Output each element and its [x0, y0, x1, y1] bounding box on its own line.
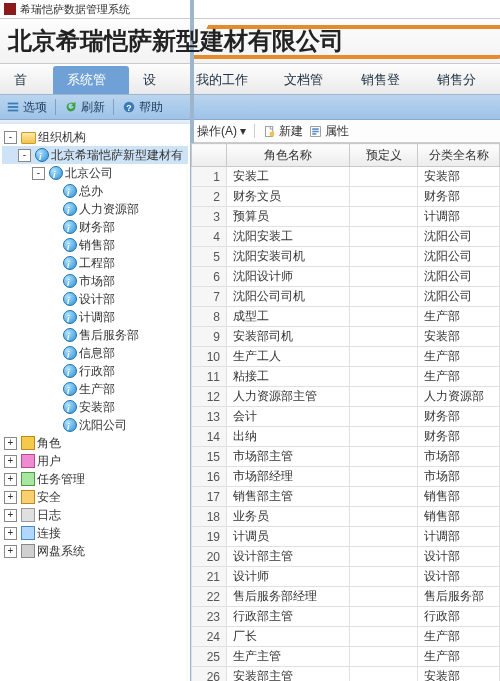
tree-other-6[interactable]: +网盘系统 [2, 542, 188, 560]
tree-company-sub[interactable]: -北京公司 [2, 164, 188, 182]
tree-label: 任务管理 [37, 470, 85, 488]
table-row[interactable]: 9安装部司机安装部 [192, 327, 500, 347]
table-row[interactable]: 12人力资源部主管人力资源部 [192, 387, 500, 407]
options-button[interactable]: 选项 [6, 99, 47, 116]
table-row[interactable]: 25生产主管生产部 [192, 647, 500, 667]
tree-other-2[interactable]: +任务管理 [2, 470, 188, 488]
tree-dept-3[interactable]: 销售部 [2, 236, 188, 254]
tree-dept-6[interactable]: 设计部 [2, 290, 188, 308]
table-row[interactable]: 2财务文员财务部 [192, 187, 500, 207]
tab-1[interactable]: 系统管理 [53, 66, 130, 94]
tree-dept-8[interactable]: 售后服务部 [2, 326, 188, 344]
tree-dept-9[interactable]: 信息部 [2, 344, 188, 362]
ic-task-icon [21, 472, 35, 486]
expand-toggle[interactable]: + [4, 527, 17, 540]
table-row[interactable]: 11粘接工生产部 [192, 367, 500, 387]
tree-company[interactable]: -北京希瑞恺萨新型建材有 [2, 146, 188, 164]
tree-label: 售后服务部 [79, 326, 139, 344]
org-tree[interactable]: -组织机构-北京希瑞恺萨新型建材有-北京公司总办人力资源部财务部销售部工程部市场… [0, 124, 190, 681]
tab-6[interactable]: 销售分析 [423, 66, 500, 94]
cell-category: 设计部 [418, 567, 500, 587]
tree-other-5[interactable]: +连接 [2, 524, 188, 542]
tab-0[interactable]: 首页 [0, 66, 53, 94]
row-number: 1 [192, 167, 227, 187]
table-row[interactable]: 8成型工生产部 [192, 307, 500, 327]
expand-toggle[interactable]: - [32, 167, 45, 180]
cell-category: 生产部 [418, 627, 500, 647]
cell-predefined [350, 327, 418, 347]
svg-rect-9 [312, 130, 319, 132]
tree-dept-11[interactable]: 生产部 [2, 380, 188, 398]
tree-label: 安装部 [79, 398, 115, 416]
tree-label: 用户 [37, 452, 61, 470]
tree-other-0[interactable]: +角色 [2, 434, 188, 452]
tree-dept-4[interactable]: 工程部 [2, 254, 188, 272]
properties-button[interactable]: 属性 [309, 123, 349, 140]
operate-menu[interactable]: 操作(A) ▾ [197, 123, 246, 140]
help-button[interactable]: ? 帮助 [122, 99, 163, 116]
expand-toggle[interactable]: + [4, 437, 17, 450]
col-1[interactable]: 角色名称 [227, 144, 350, 167]
dept-icon [63, 184, 77, 198]
tree-other-4[interactable]: +日志 [2, 506, 188, 524]
tree-dept-2[interactable]: 财务部 [2, 218, 188, 236]
tab-2[interactable]: 设计 [129, 66, 182, 94]
expand-toggle[interactable]: + [4, 473, 17, 486]
col-3[interactable]: 分类全名称 [418, 144, 500, 167]
expand-toggle[interactable]: + [4, 545, 17, 558]
table-row[interactable]: 14出纳财务部 [192, 427, 500, 447]
table-row[interactable]: 7沈阳公司司机沈阳公司 [192, 287, 500, 307]
tree-dept-7[interactable]: 计调部 [2, 308, 188, 326]
table-row[interactable]: 26安装部主管安装部 [192, 667, 500, 682]
table-row[interactable]: 3预算员计调部 [192, 207, 500, 227]
new-button[interactable]: 新建 [263, 123, 303, 140]
refresh-button[interactable]: 刷新 [64, 99, 105, 116]
row-number: 12 [192, 387, 227, 407]
tab-5[interactable]: 销售登记 [347, 66, 424, 94]
expand-toggle[interactable]: + [4, 455, 17, 468]
row-number: 17 [192, 487, 227, 507]
cell-predefined [350, 447, 418, 467]
tree-dept-12[interactable]: 安装部 [2, 398, 188, 416]
table-row[interactable]: 18业务员销售部 [192, 507, 500, 527]
row-number: 2 [192, 187, 227, 207]
col-0[interactable] [192, 144, 227, 167]
tree-dept-1[interactable]: 人力资源部 [2, 200, 188, 218]
table-row[interactable]: 13会计财务部 [192, 407, 500, 427]
table-row[interactable]: 10生产工人生产部 [192, 347, 500, 367]
table-row[interactable]: 17销售部主管销售部 [192, 487, 500, 507]
table-row[interactable]: 24厂长生产部 [192, 627, 500, 647]
expand-toggle[interactable]: + [4, 491, 17, 504]
cell-predefined [350, 167, 418, 187]
svg-text:?: ? [126, 103, 131, 113]
dept-icon [63, 310, 77, 324]
table-row[interactable]: 16市场部经理市场部 [192, 467, 500, 487]
table-row[interactable]: 21设计师设计部 [192, 567, 500, 587]
table-row[interactable]: 4沈阳安装工沈阳公司 [192, 227, 500, 247]
tree-other-1[interactable]: +用户 [2, 452, 188, 470]
roles-grid[interactable]: 角色名称预定义分类全名称 1安装工安装部2财务文员财务部3预算员计调部4沈阳安装… [191, 143, 500, 681]
tree-root[interactable]: -组织机构 [2, 128, 188, 146]
tree-dept-13[interactable]: 沈阳公司 [2, 416, 188, 434]
table-row[interactable]: 22售后服务部经理售后服务部 [192, 587, 500, 607]
tree-dept-0[interactable]: 总办 [2, 182, 188, 200]
table-row[interactable]: 5沈阳安装司机沈阳公司 [192, 247, 500, 267]
expand-toggle[interactable]: - [18, 149, 31, 162]
table-row[interactable]: 20设计部主管设计部 [192, 547, 500, 567]
tree-dept-5[interactable]: 市场部 [2, 272, 188, 290]
tree-dept-10[interactable]: 行政部 [2, 362, 188, 380]
row-number: 3 [192, 207, 227, 227]
table-row[interactable]: 15市场部主管市场部 [192, 447, 500, 467]
table-row[interactable]: 19计调员计调部 [192, 527, 500, 547]
row-number: 20 [192, 547, 227, 567]
table-row[interactable]: 1安装工安装部 [192, 167, 500, 187]
table-row[interactable]: 23行政部主管行政部 [192, 607, 500, 627]
table-row[interactable]: 6沈阳设计师沈阳公司 [192, 267, 500, 287]
col-2[interactable]: 预定义 [350, 144, 418, 167]
expand-toggle[interactable]: + [4, 509, 17, 522]
tab-3[interactable]: 我的工作台 [182, 66, 270, 94]
options-bar: 选项 刷新 ? 帮助 [0, 95, 500, 120]
tab-4[interactable]: 文档管理 [270, 66, 347, 94]
tree-other-3[interactable]: +安全 [2, 488, 188, 506]
expand-toggle[interactable]: - [4, 131, 17, 144]
